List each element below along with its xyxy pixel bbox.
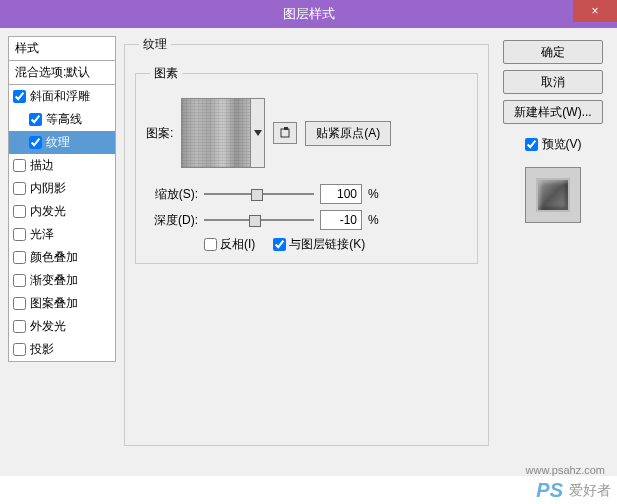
link-layer-checkbox[interactable]: 与图层链接(K) — [273, 236, 365, 253]
elements-legend: 图素 — [150, 65, 182, 82]
watermark-cn: 爱好者 — [569, 482, 611, 500]
style-item[interactable]: 等高线 — [9, 108, 115, 131]
style-item[interactable]: 内发光 — [9, 200, 115, 223]
style-checkbox[interactable] — [13, 159, 26, 172]
pattern-label: 图案: — [146, 125, 173, 142]
style-item[interactable]: 外发光 — [9, 315, 115, 338]
pattern-row: 图案: 贴紧原点(A) — [146, 98, 467, 168]
style-label: 渐变叠加 — [30, 272, 78, 289]
styles-header[interactable]: 样式 — [8, 36, 116, 61]
depth-label: 深度(D): — [146, 212, 198, 229]
style-checkbox[interactable] — [13, 297, 26, 310]
pattern-dropdown-icon[interactable] — [251, 98, 265, 168]
percent-unit: % — [368, 187, 382, 201]
style-item[interactable]: 光泽 — [9, 223, 115, 246]
dialog-title: 图层样式 — [283, 5, 335, 23]
svg-rect-1 — [284, 127, 288, 130]
titlebar: 图层样式 × — [0, 0, 617, 28]
scale-row: 缩放(S): % — [146, 184, 467, 204]
preview-swatch — [525, 167, 581, 223]
texture-legend: 纹理 — [139, 36, 171, 53]
blend-options[interactable]: 混合选项:默认 — [8, 61, 116, 85]
cancel-button[interactable]: 取消 — [503, 70, 603, 94]
watermark-url: www.psahz.com — [526, 464, 605, 476]
style-checkbox[interactable] — [13, 274, 26, 287]
close-button[interactable]: × — [573, 0, 617, 22]
style-label: 纹理 — [46, 134, 70, 151]
style-item[interactable]: 纹理 — [9, 131, 115, 154]
style-checkbox[interactable] — [13, 320, 26, 333]
scale-input[interactable] — [320, 184, 362, 204]
main-area: 纹理 图素 图案: 贴紧原点(A) — [124, 36, 489, 468]
style-item[interactable]: 渐变叠加 — [9, 269, 115, 292]
new-style-button[interactable]: 新建样式(W)... — [503, 100, 603, 124]
svg-rect-0 — [281, 129, 289, 137]
style-label: 斜面和浮雕 — [30, 88, 90, 105]
style-label: 投影 — [30, 341, 54, 358]
style-label: 内阴影 — [30, 180, 66, 197]
check-row: 反相(I) 与图层链接(K) — [204, 236, 467, 253]
snap-origin-button[interactable]: 贴紧原点(A) — [305, 121, 391, 146]
new-preset-button[interactable] — [273, 122, 297, 144]
elements-fieldset: 图素 图案: 贴紧原点(A) 缩放(S): — [135, 65, 478, 264]
pattern-swatch[interactable] — [181, 98, 251, 168]
close-icon: × — [591, 4, 598, 18]
style-label: 内发光 — [30, 203, 66, 220]
dialog-body: 样式 混合选项:默认 斜面和浮雕等高线纹理描边内阴影内发光光泽颜色叠加渐变叠加图… — [0, 28, 617, 476]
style-label: 外发光 — [30, 318, 66, 335]
invert-checkbox[interactable]: 反相(I) — [204, 236, 255, 253]
depth-input[interactable] — [320, 210, 362, 230]
style-item[interactable]: 颜色叠加 — [9, 246, 115, 269]
style-item[interactable]: 投影 — [9, 338, 115, 361]
style-checkbox[interactable] — [29, 113, 42, 126]
style-item[interactable]: 内阴影 — [9, 177, 115, 200]
scale-label: 缩放(S): — [146, 186, 198, 203]
depth-row: 深度(D): % — [146, 210, 467, 230]
style-checkbox[interactable] — [13, 182, 26, 195]
preview-inner — [536, 178, 570, 212]
style-label: 描边 — [30, 157, 54, 174]
style-label: 图案叠加 — [30, 295, 78, 312]
right-panel: 确定 取消 新建样式(W)... 预览(V) — [497, 36, 609, 468]
style-checkbox[interactable] — [13, 228, 26, 241]
style-label: 光泽 — [30, 226, 54, 243]
ok-button[interactable]: 确定 — [503, 40, 603, 64]
style-checkbox[interactable] — [13, 251, 26, 264]
style-checkbox[interactable] — [29, 136, 42, 149]
watermark: PS 爱好者 — [536, 479, 611, 502]
preview-checkbox[interactable]: 预览(V) — [525, 136, 582, 153]
depth-slider[interactable] — [204, 213, 314, 227]
styles-panel: 样式 混合选项:默认 斜面和浮雕等高线纹理描边内阴影内发光光泽颜色叠加渐变叠加图… — [8, 36, 116, 468]
texture-fieldset: 纹理 图素 图案: 贴紧原点(A) — [124, 36, 489, 446]
styles-list: 斜面和浮雕等高线纹理描边内阴影内发光光泽颜色叠加渐变叠加图案叠加外发光投影 — [8, 85, 116, 362]
percent-unit: % — [368, 213, 382, 227]
scale-slider[interactable] — [204, 187, 314, 201]
style-item[interactable]: 描边 — [9, 154, 115, 177]
style-checkbox[interactable] — [13, 90, 26, 103]
style-item[interactable]: 图案叠加 — [9, 292, 115, 315]
style-checkbox[interactable] — [13, 205, 26, 218]
style-label: 等高线 — [46, 111, 82, 128]
style-label: 颜色叠加 — [30, 249, 78, 266]
watermark-ps: PS — [536, 479, 563, 502]
style-checkbox[interactable] — [13, 343, 26, 356]
style-item[interactable]: 斜面和浮雕 — [9, 85, 115, 108]
